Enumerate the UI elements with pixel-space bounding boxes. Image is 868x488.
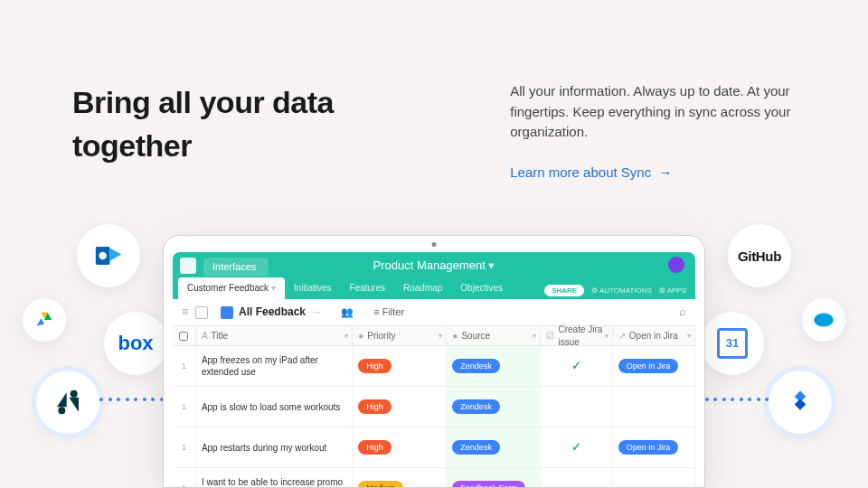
table-row[interactable]: 1App freezes on my iPad after extended u…: [173, 346, 695, 387]
menu-icon[interactable]: ≡: [182, 305, 188, 320]
cell-source[interactable]: Zendesk: [447, 427, 541, 467]
cell-priority[interactable]: High: [353, 427, 447, 467]
column-jira[interactable]: ☑Create Jira issue▾: [541, 326, 612, 345]
app-topbar: Interfaces Product Management ▾ Customer…: [173, 252, 695, 299]
sidebar-toggle-icon[interactable]: [195, 306, 208, 319]
cell-title[interactable]: I want to be able to increase promo code…: [196, 468, 353, 487]
row-index: 1: [173, 346, 196, 386]
drive-bubble: [23, 298, 66, 342]
cell-open-jira[interactable]: Open in Jira: [613, 346, 695, 386]
salesforce-bubble: [802, 298, 845, 342]
cell-source[interactable]: Zendesk: [447, 387, 541, 427]
table-body: 1App freezes on my iPad after extended u…: [173, 346, 695, 487]
connection-dots-left: [99, 398, 172, 399]
row-index: 1: [173, 387, 196, 427]
cell-priority[interactable]: High: [353, 346, 447, 386]
hero-body: All your information. Always up to date.…: [510, 81, 796, 143]
connection-dots-right: [696, 398, 769, 399]
salesforce-icon: [812, 308, 835, 332]
people-icon[interactable]: 👥: [341, 305, 354, 319]
google-drive-icon: [34, 310, 54, 330]
base-title[interactable]: Product Management ▾: [173, 258, 695, 274]
jira-icon: [787, 389, 814, 416]
cell-open-jira[interactable]: Open in Jira: [613, 427, 695, 467]
cell-open-jira[interactable]: [613, 468, 695, 487]
cell-source[interactable]: Feedback Form: [447, 468, 541, 487]
hero-headline: Bring all your data together: [72, 81, 456, 167]
svg-point-3: [71, 390, 78, 398]
cell-create-jira[interactable]: ✓: [541, 427, 612, 467]
grid-view-icon[interactable]: [221, 306, 233, 319]
tab-objectives[interactable]: Objectives: [451, 277, 512, 299]
tab-customer-feedback[interactable]: Customer Feedback ▾: [178, 277, 285, 299]
view-more-icon[interactable]: ···: [313, 305, 321, 319]
github-bubble: GitHub: [728, 224, 791, 287]
zendesk-bubble: [36, 371, 99, 434]
column-priority[interactable]: ●Priority▾: [353, 326, 447, 345]
tab-features[interactable]: Features: [341, 277, 394, 299]
gcal-bubble: 31: [701, 312, 764, 375]
check-icon: ✓: [571, 439, 581, 455]
cell-priority[interactable]: Medium: [353, 468, 447, 487]
column-checkbox[interactable]: [173, 326, 196, 345]
zendesk-icon: [53, 388, 82, 417]
cell-open-jira[interactable]: [613, 387, 695, 427]
table-row[interactable]: 1App is slow to load some workoutsHighZe…: [173, 387, 695, 427]
open-in-jira-button[interactable]: Open in Jira: [618, 440, 679, 455]
cell-title[interactable]: App freezes on my iPad after extended us…: [196, 346, 353, 386]
arrow-icon: →: [658, 164, 672, 180]
laptop-frame: Interfaces Product Management ▾ Customer…: [163, 235, 705, 488]
google-calendar-icon: 31: [717, 328, 748, 359]
select-all-checkbox[interactable]: [179, 332, 188, 341]
cell-create-jira[interactable]: [541, 468, 612, 487]
row-index: 1: [173, 468, 196, 487]
share-button[interactable]: SHARE: [544, 285, 584, 296]
view-bar: ≡ All Feedback ··· 👥 ≡ Filter ⌕: [173, 299, 695, 326]
table-tabs: Customer Feedback ▾InitiativesFeaturesRo…: [178, 277, 512, 299]
cell-priority[interactable]: High: [353, 387, 447, 427]
svg-point-4: [814, 313, 834, 326]
link-label: Learn more about Sync: [510, 164, 651, 180]
column-headers: ATitle▾●Priority▾●Source▾☑Create Jira is…: [173, 326, 695, 346]
cell-create-jira[interactable]: ✓: [541, 346, 612, 386]
cell-source[interactable]: Zendesk: [447, 346, 541, 386]
filter-button[interactable]: ≡ Filter: [373, 305, 404, 319]
view-name[interactable]: All Feedback: [239, 305, 306, 320]
box-bubble: box: [104, 312, 167, 375]
search-icon[interactable]: ⌕: [679, 304, 686, 320]
automations-button[interactable]: ⚙ AUTOMATIONS: [591, 286, 652, 296]
svg-point-1: [99, 252, 107, 260]
jira-bubble: [769, 371, 832, 434]
cell-title[interactable]: App restarts during my workout: [196, 427, 353, 467]
cell-create-jira[interactable]: [541, 387, 612, 427]
tab-roadmap[interactable]: Roadmap: [394, 277, 451, 299]
table-row[interactable]: 1App restarts during my workoutHighZende…: [173, 427, 695, 468]
avatar[interactable]: [668, 257, 684, 273]
github-icon: GitHub: [738, 247, 781, 266]
svg-rect-0: [96, 247, 110, 265]
box-icon: box: [118, 330, 153, 358]
column-open[interactable]: ↗Open in Jira▾: [613, 326, 695, 345]
table-row[interactable]: 1I want to be able to increase promo cod…: [173, 468, 695, 487]
svg-point-2: [58, 407, 65, 414]
column-title[interactable]: ATitle▾: [196, 326, 353, 345]
check-icon: ✓: [571, 358, 581, 374]
tab-initiatives[interactable]: Initiatives: [285, 277, 341, 299]
cell-title[interactable]: App is slow to load some workouts: [196, 387, 353, 427]
learn-more-link[interactable]: Learn more about Sync →: [510, 163, 672, 182]
apps-button[interactable]: ⊞ APPS: [659, 286, 686, 296]
open-in-jira-button[interactable]: Open in Jira: [618, 359, 679, 374]
row-index: 1: [173, 427, 196, 467]
outlook-bubble: [77, 224, 140, 287]
column-source[interactable]: ●Source▾: [447, 326, 541, 345]
outlook-icon: [93, 240, 124, 271]
